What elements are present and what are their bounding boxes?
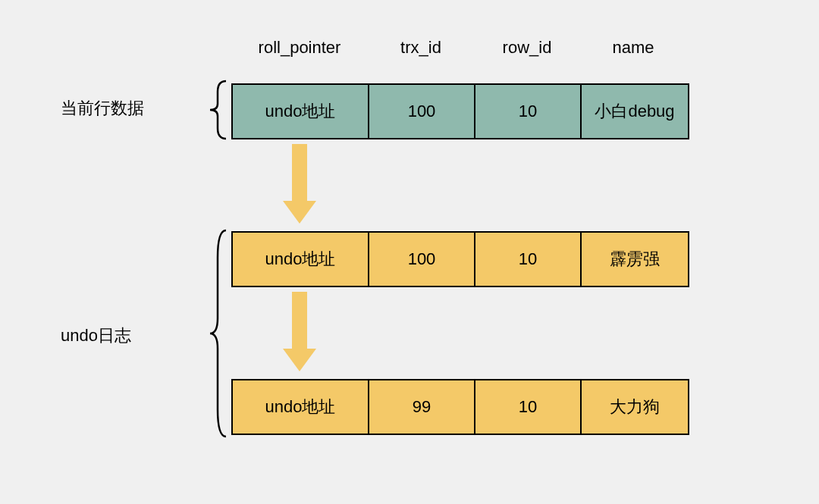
- cell-trx-id: 100: [369, 233, 475, 286]
- cell-roll-pointer: undo地址: [233, 85, 369, 138]
- header-roll-pointer: roll_pointer: [231, 38, 368, 58]
- header-row-id: row_id: [474, 38, 580, 58]
- cell-row-id: 10: [475, 380, 582, 434]
- brace-icon: [207, 227, 230, 440]
- cell-row-id: 10: [475, 233, 582, 286]
- undo-record-1: undo地址 100 10 霹雳强: [231, 231, 689, 287]
- cell-trx-id: 99: [369, 380, 475, 434]
- label-undo-log: undo日志: [61, 324, 131, 347]
- column-headers: roll_pointer trx_id row_id name: [231, 38, 686, 58]
- header-trx-id: trx_id: [368, 38, 474, 58]
- cell-roll-pointer: undo地址: [233, 380, 369, 434]
- arrow-down-icon: [288, 144, 311, 224]
- label-current-row: 当前行数据: [61, 97, 144, 120]
- cell-row-id: 10: [475, 85, 582, 138]
- undo-record-2: undo地址 99 10 大力狗: [231, 379, 689, 435]
- cell-trx-id: 100: [369, 85, 475, 138]
- cell-name: 大力狗: [582, 380, 688, 434]
- cell-name: 小白debug: [582, 85, 688, 138]
- cell-name: 霹雳强: [582, 233, 688, 286]
- current-row-record: undo地址 100 10 小白debug: [231, 83, 689, 139]
- arrow-down-icon: [288, 292, 311, 371]
- brace-icon: [207, 80, 230, 140]
- header-name: name: [580, 38, 686, 58]
- cell-roll-pointer: undo地址: [233, 233, 369, 286]
